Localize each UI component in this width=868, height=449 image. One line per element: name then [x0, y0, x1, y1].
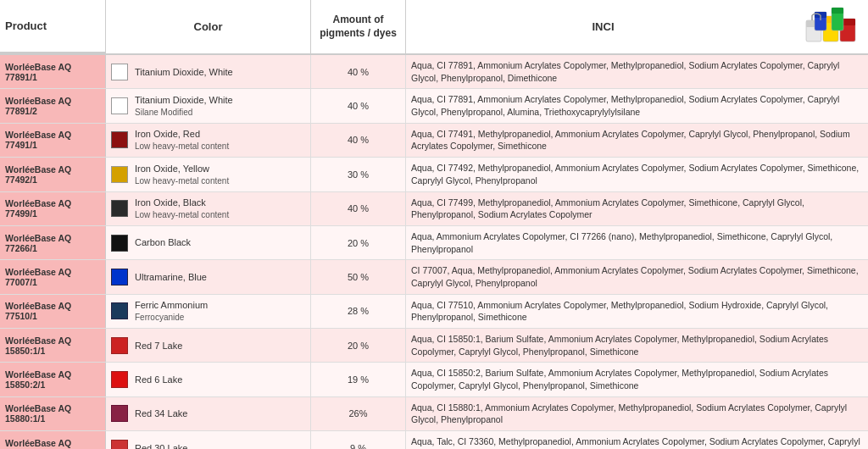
amount-value: 40 % [348, 101, 369, 111]
inci-cell: Aqua, CI 15880:1, Ammonium Acrylates Cop… [406, 397, 868, 430]
color-name: Iron Oxide, BlackLow heavy-metal content [135, 197, 229, 221]
product-name: WorléeBase AQ 77266/1 [5, 233, 100, 253]
product-cell: WorléeBase AQ 15880:1/1 [0, 397, 106, 430]
amount-cell: 9 % [311, 431, 406, 449]
amount-cell: 50 % [311, 260, 406, 293]
product-name: WorléeBase AQ 77491/1 [5, 130, 100, 150]
product-name: WorléeBase AQ 73360/1 [5, 438, 100, 449]
amount-value: 28 % [348, 306, 369, 316]
amount-value: 50 % [348, 272, 369, 282]
product-cell: WorléeBase AQ 77499/1 [0, 192, 106, 225]
color-cell: Carbon Black [106, 226, 311, 259]
amount-value: 9 % [350, 443, 366, 449]
inci-value: Aqua, CI 77492, Methylpropanediol, Ammon… [411, 162, 863, 186]
product-cell: WorléeBase AQ 77007/1 [0, 260, 106, 293]
inci-value: Aqua, CI 15850:1, Barium Sulfate, Ammoni… [411, 333, 863, 358]
amount-cell: 20 % [311, 226, 406, 259]
color-swatch [111, 166, 128, 183]
main-table: Product Color Amount of pigments / dyes … [0, 0, 868, 449]
product-name: WorléeBase AQ 77891/2 [5, 96, 100, 116]
color-cell: Red 6 Lake [106, 363, 311, 396]
color-swatch [111, 131, 128, 148]
table-row: WorléeBase AQ 77891/1 Titanium Dioxide, … [0, 55, 868, 89]
inci-value: CI 77007, Aqua, Methylpropanediol, Ammon… [411, 264, 863, 289]
amount-value: 40 % [348, 135, 369, 145]
inci-value: Aqua, Ammonium Acrylates Copolymer, CI 7… [411, 230, 863, 255]
header-color-label: Color [194, 20, 223, 33]
table-row: WorléeBase AQ 77891/2 Titanium Dioxide, … [0, 89, 868, 123]
color-cell: Ultramarine, Blue [106, 260, 311, 293]
color-swatch [111, 302, 128, 319]
amount-cell: 19 % [311, 363, 406, 396]
color-cell: Titanium Dioxide, WhiteSilane Modified [106, 89, 311, 122]
inci-cell: Aqua, CI 77891, Ammonium Acrylates Copol… [406, 55, 868, 88]
inci-value: Aqua, CI 77891, Ammonium Acrylates Copol… [411, 93, 863, 118]
product-cell: WorléeBase AQ 77891/2 [0, 89, 106, 122]
table-row: WorléeBase AQ 77510/1 Ferric AmmoniumFer… [0, 295, 868, 329]
color-name: Ferric AmmoniumFerrocyanide [135, 299, 208, 324]
color-swatch [111, 200, 128, 217]
table-row: WorléeBase AQ 15850:1/1 Red 7 Lake 20 % … [0, 329, 868, 363]
amount-value: 19 % [348, 374, 369, 385]
inci-cell: Aqua, CI 77891, Ammonium Acrylates Copol… [406, 89, 868, 122]
color-name: Red 6 Lake [135, 374, 182, 385]
amount-value: 26% [348, 408, 367, 419]
product-cell: WorléeBase AQ 77266/1 [0, 226, 106, 259]
table-row: WorléeBase AQ 77491/1 Iron Oxide, RedLow… [0, 124, 868, 158]
svg-rect-9 [832, 8, 843, 14]
inci-value: Aqua, CI 77510, Ammonium Acrylates Copol… [411, 299, 863, 324]
color-cell: Red 34 Lake [106, 397, 311, 430]
amount-cell: 40 % [311, 55, 406, 88]
amount-cell: 40 % [311, 192, 406, 225]
color-name: Iron Oxide, RedLow heavy-metal content [135, 128, 229, 152]
color-cell: Iron Oxide, YellowLow heavy-metal conten… [106, 158, 311, 191]
inci-cell: Aqua, CI 77510, Ammonium Acrylates Copol… [406, 295, 868, 328]
table-row: WorléeBase AQ 77266/1 Carbon Black 20 % … [0, 226, 868, 260]
product-name: WorléeBase AQ 15850:1/1 [5, 335, 100, 356]
color-name: Carbon Black [135, 236, 191, 248]
color-swatch [111, 371, 128, 388]
table-body: WorléeBase AQ 77891/1 Titanium Dioxide, … [0, 55, 868, 449]
color-swatch [111, 440, 128, 449]
table-row: WorléeBase AQ 15850:2/1 Red 6 Lake 19 % … [0, 363, 868, 396]
product-cell: WorléeBase AQ 77510/1 [0, 295, 106, 328]
inci-value: Aqua, CI 77499, Methylpropanediol, Ammon… [411, 197, 863, 221]
amount-cell: 40 % [311, 89, 406, 122]
header-amount-label: Amount of pigments / dyes [316, 14, 400, 40]
inci-cell: Aqua, CI 77492, Methylpropanediol, Ammon… [406, 158, 868, 191]
amount-cell: 30 % [311, 158, 406, 191]
table-row: WorléeBase AQ 15880:1/1 Red 34 Lake 26% … [0, 397, 868, 431]
color-swatch [111, 97, 128, 114]
inci-cell: Aqua, Ammonium Acrylates Copolymer, CI 7… [406, 226, 868, 259]
inci-cell: Aqua, CI 15850:1, Barium Sulfate, Ammoni… [406, 329, 868, 362]
header-inci: INCI [406, 0, 800, 53]
product-name: WorléeBase AQ 15850:2/1 [5, 369, 100, 390]
amount-value: 20 % [348, 341, 369, 351]
amount-cell: 20 % [311, 329, 406, 362]
header-amount: Amount of pigments / dyes [311, 0, 406, 53]
color-cell: Iron Oxide, RedLow heavy-metal content [106, 124, 311, 157]
color-name: Red 7 Lake [135, 340, 182, 352]
color-swatch [111, 405, 128, 422]
inci-value: Aqua, CI 77891, Ammonium Acrylates Copol… [411, 59, 863, 84]
color-name: Ultramarine, Blue [135, 271, 207, 283]
product-cell: WorléeBase AQ 77492/1 [0, 158, 106, 191]
product-name: WorléeBase AQ 77891/1 [5, 62, 100, 82]
amount-value: 40 % [348, 203, 369, 213]
inci-cell: Aqua, CI 77499, Methylpropanediol, Ammon… [406, 192, 868, 225]
product-cell: WorléeBase AQ 77891/1 [0, 55, 106, 88]
inci-cell: Aqua, Talc, CI 73360, Methylpropanediol,… [406, 431, 868, 449]
color-name: Red 30 Lake [135, 442, 187, 449]
table-row: WorléeBase AQ 77007/1 Ultramarine, Blue … [0, 260, 868, 294]
amount-cell: 28 % [311, 295, 406, 328]
product-cell: WorléeBase AQ 73360/1 [0, 431, 106, 449]
color-cell: Red 30 Lake [106, 431, 311, 449]
color-cell: Iron Oxide, BlackLow heavy-metal content [106, 192, 311, 225]
header-color: Color [106, 0, 311, 53]
color-name: Titanium Dioxide, White [135, 66, 233, 78]
amount-value: 20 % [348, 238, 369, 248]
header-product-label: Product [5, 19, 47, 32]
product-name: WorléeBase AQ 77499/1 [5, 198, 100, 219]
table-header: Product Color Amount of pigments / dyes … [0, 0, 868, 55]
table-row: WorléeBase AQ 73360/1 Red 30 Lake 9 % Aq… [0, 431, 868, 449]
